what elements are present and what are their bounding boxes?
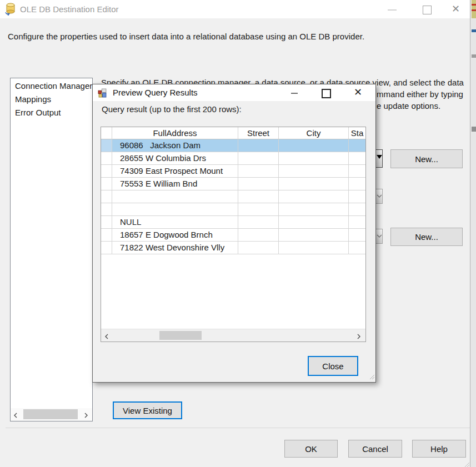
cell-fulladdress <box>112 190 238 203</box>
grid-row[interactable]: 71822 West Devonshire Vlly <box>101 242 365 254</box>
row-selector-cell <box>101 152 112 165</box>
modal-minimize-icon[interactable] <box>291 93 298 94</box>
cell-fulladdress: 75553 E William Bnd <box>112 178 238 190</box>
minimize-icon[interactable] <box>388 9 397 11</box>
help-button[interactable]: Help <box>412 440 466 458</box>
modal-resize-grip[interactable] <box>369 372 375 381</box>
cell-fulladdress: NULL <box>112 216 238 229</box>
connection-manager-combobox[interactable] <box>375 149 383 168</box>
row-selector-cell <box>101 242 112 254</box>
cell-street <box>238 229 279 242</box>
cell-city <box>279 139 349 152</box>
cell-state <box>349 190 365 203</box>
cell-state <box>349 216 365 229</box>
view-existing-button[interactable]: View Existing <box>113 401 182 419</box>
scroll-right-icon[interactable] <box>84 411 89 418</box>
cell-city <box>279 242 349 254</box>
window-resize-grip[interactable] <box>464 460 470 467</box>
row-selector-cell <box>101 216 112 229</box>
row-selector-header[interactable] <box>101 127 112 139</box>
scroll-left-icon[interactable] <box>104 332 110 339</box>
cell-fulladdress: 18657 E Dogwood Brnch <box>112 229 238 242</box>
cell-street <box>238 152 279 165</box>
row-selector-cell <box>101 139 112 152</box>
cell-fulladdress: 71822 West Devonshire Vlly <box>112 242 238 254</box>
dropdown-arrow-icon <box>377 155 382 159</box>
grid-row[interactable] <box>101 190 365 203</box>
row-selector-cell <box>101 203 112 216</box>
modal-close-icon[interactable]: ✕ <box>354 86 362 98</box>
sidebar-item-mappings[interactable]: Mappings <box>11 93 92 106</box>
grid-row[interactable]: 28655 W Columbia Drs <box>101 152 365 165</box>
grid-horizontal-scrollbar[interactable] <box>101 329 365 342</box>
cell-street <box>238 242 279 254</box>
scrollbar-thumb[interactable] <box>159 331 202 340</box>
background-window-edge <box>470 0 476 467</box>
cell-street <box>238 139 279 152</box>
sidebar-item-error-output[interactable]: Error Output <box>11 106 92 119</box>
database-icon <box>5 3 16 17</box>
cell-city <box>279 229 349 242</box>
close-button[interactable]: Close <box>308 356 358 376</box>
cell-state <box>349 165 365 178</box>
query-result-label: Query result (up to the first 200 rows): <box>102 104 242 114</box>
cell-city <box>279 152 349 165</box>
cell-street <box>238 190 279 203</box>
modal-maximize-icon[interactable] <box>322 89 331 98</box>
cell-city <box>279 190 349 203</box>
cell-city <box>279 178 349 190</box>
cancel-button[interactable]: Cancel <box>348 440 402 458</box>
background-window-marker <box>472 9 476 11</box>
cell-city <box>279 203 349 216</box>
new-table-button[interactable]: New... <box>390 228 463 246</box>
table-name-combobox[interactable] <box>375 229 383 244</box>
maximize-icon[interactable] <box>423 6 432 14</box>
grid-header-row: FullAddress Street City Sta <box>101 127 365 139</box>
cell-state <box>349 242 365 254</box>
modal-title: Preview Query Results <box>113 88 198 97</box>
command-text-fragment: mmand either by typing <box>377 89 463 99</box>
sidebar-item-connection-manager[interactable]: Connection Manager <box>11 78 92 93</box>
options-text-fragment: e update options. <box>377 101 440 111</box>
pages-listbox: Connection Manager Mappings Error Output <box>10 78 93 421</box>
data-access-mode-combobox[interactable] <box>375 189 383 204</box>
cell-state <box>349 203 365 216</box>
cell-state <box>349 152 365 165</box>
column-header-state[interactable]: Sta <box>349 127 365 139</box>
background-window-marker <box>472 29 476 32</box>
scroll-right-icon[interactable] <box>357 332 362 339</box>
query-results-grid: FullAddress Street City Sta 96086 Jackso… <box>101 127 366 342</box>
column-header-street[interactable]: Street <box>238 127 279 139</box>
scroll-left-icon[interactable] <box>13 411 19 418</box>
scrollbar-thumb[interactable] <box>23 409 78 419</box>
row-selector-cell <box>101 178 112 190</box>
winforms-app-icon <box>98 88 107 99</box>
cell-street <box>238 165 279 178</box>
cell-state <box>349 229 365 242</box>
row-selector-cell <box>101 229 112 242</box>
sidebar-horizontal-scrollbar[interactable] <box>11 408 92 421</box>
cell-street <box>238 178 279 190</box>
grid-row[interactable]: 75553 E William Bnd <box>101 178 365 190</box>
column-header-city[interactable]: City <box>279 127 349 139</box>
ok-button[interactable]: OK <box>284 440 338 458</box>
new-connection-button[interactable]: New... <box>390 149 463 168</box>
column-header-fulladdress[interactable]: FullAddress <box>112 127 238 139</box>
footer-divider <box>6 428 470 428</box>
grid-row[interactable] <box>101 203 365 216</box>
grid-row[interactable]: NULL <box>101 216 365 229</box>
background-window-marker <box>472 127 476 132</box>
grid-row[interactable]: 74309 East Prospect Mount <box>101 165 365 178</box>
cell-street <box>238 203 279 216</box>
chevron-down-icon <box>377 194 382 198</box>
cell-state <box>349 178 365 190</box>
grid-row[interactable]: 18657 E Dogwood Brnch <box>101 229 365 242</box>
row-selector-cell <box>101 190 112 203</box>
modal-titlebar: Preview Query Results ✕ <box>93 84 375 101</box>
cell-city <box>279 216 349 229</box>
grid-row[interactable]: 96086 Jackson Dam <box>101 139 365 152</box>
cell-fulladdress: 74309 East Prospect Mount <box>112 165 238 178</box>
cell-street <box>238 216 279 229</box>
cell-city <box>279 165 349 178</box>
close-icon[interactable]: ✕ <box>452 3 460 15</box>
